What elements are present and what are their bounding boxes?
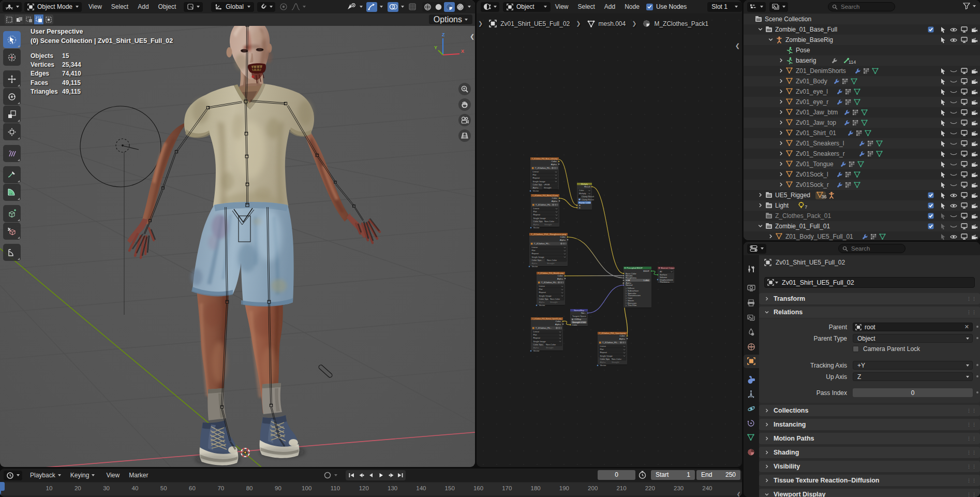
svg-text:1.450: 1.450 — [644, 279, 649, 282]
svg-text:Color: Color — [560, 236, 566, 238]
svg-text:Normal: Normal — [626, 284, 633, 286]
svg-text:Flat: Flat — [533, 333, 538, 336]
svg-text:Flat: Flat — [600, 348, 604, 350]
svg-text:Vector: Vector — [539, 304, 545, 306]
svg-text:Thin Film: Thin Film — [628, 304, 637, 306]
svg-text:Clamp Result: Clamp Result — [582, 195, 595, 198]
svg-text:Tangent Space: Tangent Space — [572, 315, 586, 317]
svg-text:Color: Color — [556, 320, 561, 323]
svg-text:Non-Color: Non-Color — [544, 220, 555, 223]
svg-text:T_ZClothes_P01_Base_color.png: T_ZClothes_P01_Base_color.png — [532, 157, 557, 160]
svg-text:Flat: Flat — [533, 210, 538, 213]
svg-text:B: B — [579, 207, 581, 209]
svg-text:Single Image: Single Image — [533, 340, 546, 343]
svg-text:Repeat: Repeat — [539, 291, 546, 294]
svg-text:Single Image: Single Image — [600, 355, 613, 357]
svg-text:Nor...: Nor... — [581, 312, 586, 314]
svg-text:Color Spa...: Color Spa... — [600, 358, 612, 360]
svg-text:Color: Color — [552, 197, 558, 199]
svg-text:Color Spa...: Color Spa... — [533, 343, 545, 346]
svg-text:Linear: Linear — [600, 345, 606, 347]
svg-text:Linear: Linear — [533, 330, 540, 333]
svg-text:Single Image: Single Image — [532, 256, 545, 258]
svg-text:Straight: Straight — [544, 186, 552, 189]
svg-text:Single Image: Single Image — [533, 180, 546, 183]
svg-text:T_ZClothes_P01_Metallic.png: T_ZClothes_P01_Metallic.png — [538, 272, 563, 274]
svg-text:Factor 1.000: Factor 1.000 — [579, 201, 591, 204]
svg-text:Alpha: Alpha — [619, 338, 626, 340]
svg-text:Alpha: Alpha — [532, 262, 538, 265]
svg-text:Straight: Straight — [546, 346, 554, 349]
svg-text:T_ZClothes_P01_Roughness.png: T_ZClothes_P01_Roughness.png — [531, 233, 566, 236]
svg-text:Straight: Straight — [544, 223, 552, 226]
svg-text:T_ZClothes_P0...: T_ZClothes_P0... — [602, 341, 618, 344]
svg-text:Non-Color: Non-Color — [550, 298, 560, 300]
svg-text:T_ZClothes_P0...: T_ZClothes_P0... — [535, 167, 551, 169]
svg-text:Alpha: Alpha — [600, 361, 606, 363]
svg-text:Vector: Vector — [600, 364, 606, 367]
svg-text:Thickness: Thickness — [660, 281, 670, 283]
svg-text:IOR: IOR — [626, 279, 630, 282]
svg-text:Color: Color — [572, 324, 577, 326]
svg-text:T_ZClothes_P01_Opacity.png: T_ZClothes_P01_Opacity.png — [599, 332, 626, 334]
svg-text:Repeat: Repeat — [600, 351, 607, 354]
svg-text:Vector: Vector — [532, 265, 538, 268]
svg-text:Single Image: Single Image — [539, 295, 552, 297]
svg-text:Repeat: Repeat — [533, 177, 540, 179]
svg-text:Flat: Flat — [539, 288, 543, 290]
svg-text:Vector: Vector — [533, 226, 540, 229]
svg-text:Flat: Flat — [533, 173, 537, 176]
svg-text:Multiply: Multiply — [579, 192, 586, 195]
svg-text:T_ZClothes_P0...: T_ZClothes_P0... — [536, 203, 552, 206]
svg-text:Alpha: Alpha — [557, 277, 563, 280]
svg-text:X: X — [461, 49, 464, 54]
svg-text:T_ZClothes_P0...: T_ZClothes_P0... — [536, 327, 552, 329]
svg-text:Z: Z — [442, 32, 445, 37]
svg-text:Y: Y — [434, 45, 437, 50]
svg-text:Color Spa...: Color Spa... — [532, 259, 543, 261]
svg-text:Straight: Straight — [612, 361, 619, 363]
svg-text:Vector: Vector — [533, 349, 540, 352]
svg-text:Clamp Factor: Clamp Factor — [582, 198, 595, 201]
svg-text:Color: Color — [552, 160, 557, 163]
svg-text:Flat: Flat — [532, 249, 536, 252]
svg-text:T_ZClothes_P0...: T_ZClothes_P0... — [541, 281, 557, 284]
svg-text:Vector: Vector — [533, 189, 539, 192]
svg-text:Non-Color: Non-Color — [546, 343, 556, 346]
svg-text:Alpha: Alpha — [539, 301, 545, 303]
svg-text:Color: Color — [620, 334, 626, 337]
svg-text:T_ZClothes_P01_Normal_OpenGL.p: T_ZClothes_P01_Normal_OpenGL.png — [532, 317, 561, 320]
svg-text:Linear: Linear — [533, 207, 540, 210]
svg-text:Single Image: Single Image — [533, 217, 546, 220]
svg-text:sRGB: sRGB — [544, 183, 550, 186]
svg-text:NormalMap: NormalMap — [574, 310, 584, 312]
svg-text:Linear: Linear — [532, 246, 538, 248]
svg-text:Color: Color — [579, 189, 584, 192]
svg-text:T_ZClothes_P0...: T_ZClothes_P0... — [534, 242, 550, 245]
svg-text:Alpha: Alpha — [555, 323, 561, 326]
svg-text:Color: Color — [558, 274, 563, 277]
svg-text:Non-Color: Non-Color — [547, 259, 557, 261]
svg-text:Alpha: Alpha — [560, 239, 566, 241]
svg-text:Alpha: Alpha — [533, 346, 539, 349]
svg-text:Alpha: Alpha — [551, 163, 557, 166]
svg-text:All: All — [660, 270, 662, 273]
svg-text:Repeat: Repeat — [533, 337, 541, 339]
svg-text:Principled BSDF: Principled BSDF — [627, 267, 643, 269]
svg-text:UVMap: UVMap — [574, 318, 582, 320]
svg-text:Multiply: Multiply — [581, 183, 588, 185]
svg-text:Material Output: Material Output — [661, 267, 675, 269]
svg-text:Repeat: Repeat — [533, 213, 541, 216]
svg-text:T_ZClothes_P01_Blend_02.png: T_ZClothes_P01_Blend_02.png — [532, 194, 558, 197]
svg-text:Straight: Straight — [550, 301, 558, 303]
svg-text:Result: Result — [584, 185, 591, 188]
svg-text:Repeat: Repeat — [532, 252, 539, 255]
svg-text:Linear: Linear — [539, 285, 545, 287]
svg-text:Non-Color: Non-Color — [612, 358, 622, 360]
svg-text:Linear: Linear — [533, 170, 539, 173]
svg-text:Alpha: Alpha — [533, 186, 539, 189]
svg-text:Alpha: Alpha — [533, 223, 539, 226]
svg-text:Alpha: Alpha — [552, 200, 558, 202]
svg-text:BSDF: BSDF — [643, 270, 649, 272]
svg-text:Straight: Straight — [547, 262, 555, 265]
